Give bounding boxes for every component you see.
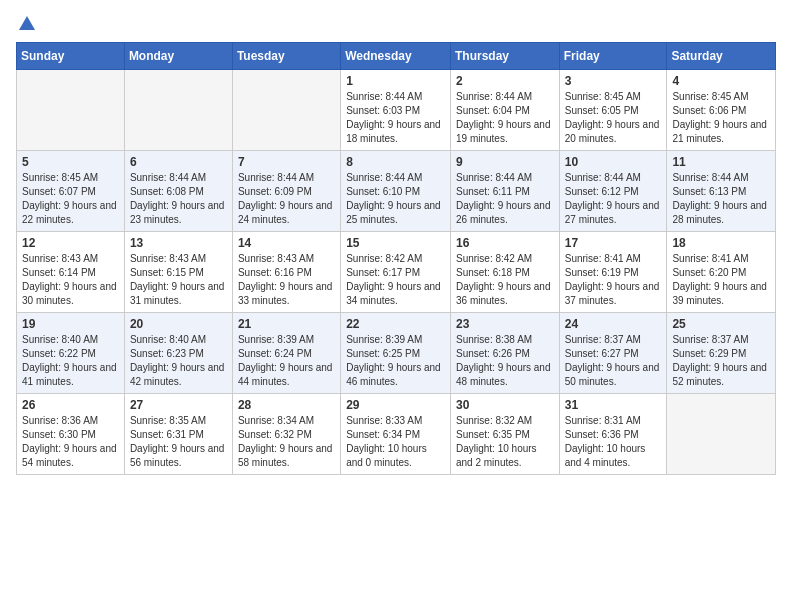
day-info: Sunrise: 8:44 AM Sunset: 6:08 PM Dayligh… [130, 171, 227, 227]
calendar-day-13: 13Sunrise: 8:43 AM Sunset: 6:15 PM Dayli… [124, 232, 232, 313]
calendar-day-9: 9Sunrise: 8:44 AM Sunset: 6:11 PM Daylig… [450, 151, 559, 232]
weekday-header-sunday: Sunday [17, 43, 125, 70]
day-number: 4 [672, 74, 770, 88]
day-info: Sunrise: 8:40 AM Sunset: 6:23 PM Dayligh… [130, 333, 227, 389]
day-number: 16 [456, 236, 554, 250]
day-number: 30 [456, 398, 554, 412]
calendar-day-14: 14Sunrise: 8:43 AM Sunset: 6:16 PM Dayli… [232, 232, 340, 313]
calendar-day-23: 23Sunrise: 8:38 AM Sunset: 6:26 PM Dayli… [450, 313, 559, 394]
day-info: Sunrise: 8:44 AM Sunset: 6:13 PM Dayligh… [672, 171, 770, 227]
day-info: Sunrise: 8:44 AM Sunset: 6:09 PM Dayligh… [238, 171, 335, 227]
day-number: 28 [238, 398, 335, 412]
weekday-header-wednesday: Wednesday [341, 43, 451, 70]
day-info: Sunrise: 8:43 AM Sunset: 6:15 PM Dayligh… [130, 252, 227, 308]
calendar-day-4: 4Sunrise: 8:45 AM Sunset: 6:06 PM Daylig… [667, 70, 776, 151]
calendar-empty-cell [17, 70, 125, 151]
calendar-day-31: 31Sunrise: 8:31 AM Sunset: 6:36 PM Dayli… [559, 394, 667, 475]
day-info: Sunrise: 8:35 AM Sunset: 6:31 PM Dayligh… [130, 414, 227, 470]
calendar-day-25: 25Sunrise: 8:37 AM Sunset: 6:29 PM Dayli… [667, 313, 776, 394]
page-header [16, 16, 776, 34]
calendar-day-24: 24Sunrise: 8:37 AM Sunset: 6:27 PM Dayli… [559, 313, 667, 394]
day-info: Sunrise: 8:44 AM Sunset: 6:11 PM Dayligh… [456, 171, 554, 227]
calendar-day-29: 29Sunrise: 8:33 AM Sunset: 6:34 PM Dayli… [341, 394, 451, 475]
calendar-header-row: SundayMondayTuesdayWednesdayThursdayFrid… [17, 43, 776, 70]
calendar-week-row: 5Sunrise: 8:45 AM Sunset: 6:07 PM Daylig… [17, 151, 776, 232]
day-number: 2 [456, 74, 554, 88]
calendar-day-8: 8Sunrise: 8:44 AM Sunset: 6:10 PM Daylig… [341, 151, 451, 232]
day-info: Sunrise: 8:43 AM Sunset: 6:16 PM Dayligh… [238, 252, 335, 308]
calendar-day-30: 30Sunrise: 8:32 AM Sunset: 6:35 PM Dayli… [450, 394, 559, 475]
day-number: 25 [672, 317, 770, 331]
day-info: Sunrise: 8:44 AM Sunset: 6:04 PM Dayligh… [456, 90, 554, 146]
calendar-day-28: 28Sunrise: 8:34 AM Sunset: 6:32 PM Dayli… [232, 394, 340, 475]
calendar-empty-cell [232, 70, 340, 151]
day-info: Sunrise: 8:41 AM Sunset: 6:19 PM Dayligh… [565, 252, 662, 308]
day-number: 12 [22, 236, 119, 250]
calendar-day-20: 20Sunrise: 8:40 AM Sunset: 6:23 PM Dayli… [124, 313, 232, 394]
day-number: 31 [565, 398, 662, 412]
day-number: 29 [346, 398, 445, 412]
day-info: Sunrise: 8:45 AM Sunset: 6:07 PM Dayligh… [22, 171, 119, 227]
day-number: 23 [456, 317, 554, 331]
calendar-day-3: 3Sunrise: 8:45 AM Sunset: 6:05 PM Daylig… [559, 70, 667, 151]
calendar-week-row: 1Sunrise: 8:44 AM Sunset: 6:03 PM Daylig… [17, 70, 776, 151]
day-info: Sunrise: 8:32 AM Sunset: 6:35 PM Dayligh… [456, 414, 554, 470]
day-info: Sunrise: 8:42 AM Sunset: 6:18 PM Dayligh… [456, 252, 554, 308]
day-number: 17 [565, 236, 662, 250]
day-info: Sunrise: 8:44 AM Sunset: 6:10 PM Dayligh… [346, 171, 445, 227]
day-number: 27 [130, 398, 227, 412]
day-number: 5 [22, 155, 119, 169]
day-info: Sunrise: 8:37 AM Sunset: 6:29 PM Dayligh… [672, 333, 770, 389]
day-number: 26 [22, 398, 119, 412]
day-number: 15 [346, 236, 445, 250]
day-number: 10 [565, 155, 662, 169]
day-number: 3 [565, 74, 662, 88]
day-info: Sunrise: 8:31 AM Sunset: 6:36 PM Dayligh… [565, 414, 662, 470]
weekday-header-saturday: Saturday [667, 43, 776, 70]
day-number: 21 [238, 317, 335, 331]
day-info: Sunrise: 8:36 AM Sunset: 6:30 PM Dayligh… [22, 414, 119, 470]
weekday-header-thursday: Thursday [450, 43, 559, 70]
day-info: Sunrise: 8:37 AM Sunset: 6:27 PM Dayligh… [565, 333, 662, 389]
day-number: 1 [346, 74, 445, 88]
calendar-day-27: 27Sunrise: 8:35 AM Sunset: 6:31 PM Dayli… [124, 394, 232, 475]
weekday-header-monday: Monday [124, 43, 232, 70]
calendar-day-16: 16Sunrise: 8:42 AM Sunset: 6:18 PM Dayli… [450, 232, 559, 313]
calendar-day-7: 7Sunrise: 8:44 AM Sunset: 6:09 PM Daylig… [232, 151, 340, 232]
day-number: 19 [22, 317, 119, 331]
day-info: Sunrise: 8:40 AM Sunset: 6:22 PM Dayligh… [22, 333, 119, 389]
calendar-day-22: 22Sunrise: 8:39 AM Sunset: 6:25 PM Dayli… [341, 313, 451, 394]
calendar-week-row: 12Sunrise: 8:43 AM Sunset: 6:14 PM Dayli… [17, 232, 776, 313]
day-number: 11 [672, 155, 770, 169]
day-info: Sunrise: 8:39 AM Sunset: 6:25 PM Dayligh… [346, 333, 445, 389]
day-info: Sunrise: 8:42 AM Sunset: 6:17 PM Dayligh… [346, 252, 445, 308]
calendar-day-11: 11Sunrise: 8:44 AM Sunset: 6:13 PM Dayli… [667, 151, 776, 232]
calendar-day-6: 6Sunrise: 8:44 AM Sunset: 6:08 PM Daylig… [124, 151, 232, 232]
day-info: Sunrise: 8:34 AM Sunset: 6:32 PM Dayligh… [238, 414, 335, 470]
svg-marker-0 [19, 16, 35, 30]
day-info: Sunrise: 8:38 AM Sunset: 6:26 PM Dayligh… [456, 333, 554, 389]
logo-icon [17, 14, 37, 34]
calendar-day-26: 26Sunrise: 8:36 AM Sunset: 6:30 PM Dayli… [17, 394, 125, 475]
day-number: 13 [130, 236, 227, 250]
calendar-day-17: 17Sunrise: 8:41 AM Sunset: 6:19 PM Dayli… [559, 232, 667, 313]
day-info: Sunrise: 8:33 AM Sunset: 6:34 PM Dayligh… [346, 414, 445, 470]
day-info: Sunrise: 8:39 AM Sunset: 6:24 PM Dayligh… [238, 333, 335, 389]
calendar-empty-cell [124, 70, 232, 151]
calendar-day-5: 5Sunrise: 8:45 AM Sunset: 6:07 PM Daylig… [17, 151, 125, 232]
calendar-week-row: 26Sunrise: 8:36 AM Sunset: 6:30 PM Dayli… [17, 394, 776, 475]
day-number: 8 [346, 155, 445, 169]
day-info: Sunrise: 8:44 AM Sunset: 6:03 PM Dayligh… [346, 90, 445, 146]
calendar-day-10: 10Sunrise: 8:44 AM Sunset: 6:12 PM Dayli… [559, 151, 667, 232]
day-number: 9 [456, 155, 554, 169]
day-number: 7 [238, 155, 335, 169]
weekday-header-friday: Friday [559, 43, 667, 70]
day-number: 22 [346, 317, 445, 331]
day-info: Sunrise: 8:44 AM Sunset: 6:12 PM Dayligh… [565, 171, 662, 227]
calendar-day-2: 2Sunrise: 8:44 AM Sunset: 6:04 PM Daylig… [450, 70, 559, 151]
logo [16, 16, 37, 34]
day-info: Sunrise: 8:45 AM Sunset: 6:05 PM Dayligh… [565, 90, 662, 146]
calendar-table: SundayMondayTuesdayWednesdayThursdayFrid… [16, 42, 776, 475]
day-info: Sunrise: 8:43 AM Sunset: 6:14 PM Dayligh… [22, 252, 119, 308]
calendar-day-18: 18Sunrise: 8:41 AM Sunset: 6:20 PM Dayli… [667, 232, 776, 313]
